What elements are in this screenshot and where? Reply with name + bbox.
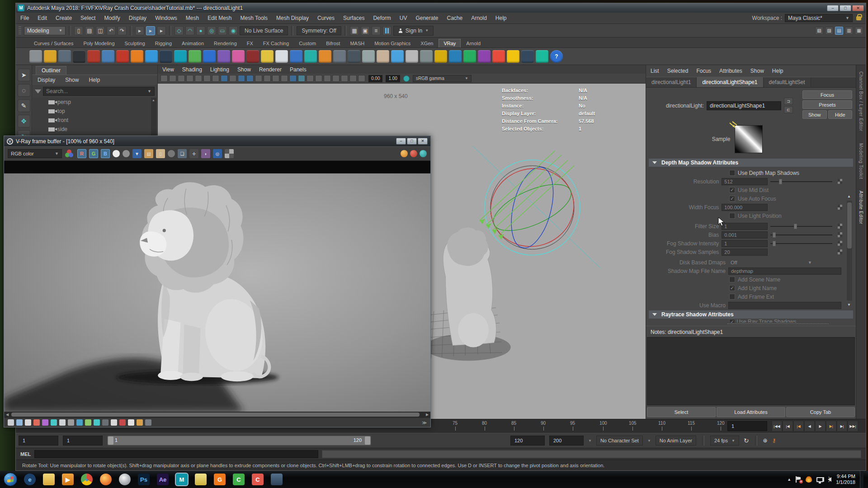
outliner-menu-item[interactable]: Display [38, 77, 55, 83]
use-ray-trace-shadows-checkbox[interactable] [729, 319, 735, 323]
shelf-icon[interactable] [246, 50, 259, 63]
render-last-icon[interactable] [420, 150, 427, 157]
section-raytrace-shadow[interactable]: Raytrace Shadow Attributes [649, 310, 853, 319]
track-mouse-icon[interactable]: ✛ [189, 149, 198, 158]
animation-start-field[interactable]: 1 [19, 436, 58, 446]
shelf-icon[interactable] [478, 50, 491, 63]
tab-directionallight1[interactable]: directionalLight1 [646, 77, 697, 87]
lasso-tool-icon[interactable]: ◌ [18, 84, 30, 97]
outliner-item[interactable]: persp [33, 98, 156, 107]
vfb-minimize-button[interactable]: – [396, 138, 406, 145]
map-texture-icon[interactable] [838, 179, 842, 184]
shelf-tab[interactable]: Rendering [209, 39, 241, 47]
viewport-menu-item[interactable]: Show [237, 66, 251, 73]
command-line-mode[interactable]: MEL [20, 451, 31, 457]
shadow-map-file-name-field[interactable]: depthmap [728, 267, 841, 275]
disk-based-dmaps-select[interactable]: Off [728, 259, 778, 266]
vfb-maximize-button[interactable]: □ [407, 138, 417, 145]
menu-item[interactable]: Edit [38, 15, 47, 21]
grip-handle[interactable] [19, 26, 21, 35]
vfb-tool-icon[interactable] [76, 419, 83, 426]
shelf-icon[interactable] [217, 50, 230, 63]
menu-item[interactable]: Deform [373, 15, 391, 21]
render-view-icon[interactable]: ▦ [350, 26, 359, 35]
fps-select[interactable]: 24 fps ▼ [710, 436, 739, 446]
clipboard-icon[interactable]: ▯ [156, 149, 165, 158]
tool-settings-icon[interactable]: ▨ [825, 27, 833, 35]
taskbar-app-button[interactable] [269, 473, 285, 486]
shelf-icon[interactable] [29, 50, 42, 63]
section-depth-map-shadow[interactable]: Depth Map Shadow Attributes [649, 159, 853, 167]
shelf-icon[interactable] [492, 50, 505, 63]
show-alpha-checker-icon[interactable] [225, 149, 234, 158]
outliner-item[interactable]: front [33, 116, 156, 125]
shelf-icon[interactable] [304, 50, 317, 63]
shelf-icon[interactable] [261, 50, 274, 63]
viewport-toolbar-icon[interactable] [332, 75, 340, 82]
tab-attribute-editor[interactable]: Attribute Editor [859, 191, 863, 224]
vfb-tool-icon[interactable] [85, 419, 91, 426]
play-forwards-button[interactable]: ▶ [815, 421, 826, 432]
shelf-icon[interactable] [73, 50, 85, 63]
shelf-icon[interactable] [145, 50, 158, 63]
hide-button[interactable]: Hide [828, 110, 853, 119]
shelf-icon[interactable] [420, 50, 433, 63]
viewport-toolbar-icon[interactable] [195, 75, 202, 82]
viewport-menu-item[interactable]: Renderer [259, 66, 282, 73]
auto-keyframe-icon[interactable]: ⚷ [772, 437, 776, 444]
show-connections-icon[interactable]: ⊏ [784, 106, 793, 113]
node-name-field[interactable]: directionalLightShape1 [707, 101, 781, 110]
save-image-icon[interactable]: ▼ [132, 149, 142, 158]
shelf-icon[interactable] [333, 50, 346, 63]
shelf-icon[interactable] [44, 50, 57, 63]
menu-item[interactable]: Display [129, 15, 146, 21]
alpha-channel-icon[interactable] [123, 150, 130, 157]
viewport-menu-item[interactable]: Shading [182, 66, 202, 73]
outliner-menu-item[interactable]: Help [89, 77, 100, 83]
clear-image-icon[interactable] [168, 150, 175, 157]
shelf-icon[interactable] [203, 50, 216, 63]
viewport-toolbar-icon[interactable] [169, 75, 176, 82]
color-management-toggle-icon[interactable] [403, 75, 410, 82]
shelf-icon[interactable] [391, 50, 404, 63]
vfb-tool-icon[interactable] [137, 419, 143, 426]
tray-expand-icon[interactable]: ▲ [787, 477, 791, 482]
symmetry-field[interactable]: Symmetry: Off [297, 26, 341, 35]
viewport-toolbar-icon[interactable] [212, 75, 219, 82]
make-live-icon[interactable]: ◉ [229, 26, 238, 35]
viewport-toolbar-icon[interactable] [307, 75, 314, 82]
use-macro-field[interactable] [728, 302, 841, 309]
menu-item[interactable]: Surfaces [343, 15, 364, 21]
menu-item[interactable]: Select [80, 15, 95, 21]
presets-button[interactable]: Presets [802, 100, 852, 109]
light-sample-swatch[interactable] [735, 125, 763, 153]
shelf-icon[interactable] [348, 50, 360, 63]
close-button[interactable]: ✕ [852, 5, 864, 11]
attribute-editor-menu-item[interactable]: Focus [696, 68, 711, 74]
taskbar-app-button[interactable]: e [22, 473, 38, 486]
shelf-icon[interactable] [434, 50, 447, 63]
select-hierarchy-icon[interactable]: ▸ [135, 26, 144, 35]
fog-shadow-intensity-slider[interactable] [770, 240, 832, 247]
vfb-tool-icon[interactable] [33, 419, 40, 426]
expand-icon[interactable]: ≫ [422, 420, 427, 425]
taskbar-app-button[interactable] [193, 473, 209, 486]
shelf-icon[interactable] [87, 50, 100, 63]
taskbar-app-button[interactable] [117, 473, 133, 486]
snap-to-grids-icon[interactable]: ◇ [175, 26, 184, 35]
vfb-tool-icon[interactable] [42, 419, 48, 426]
shelf-tab[interactable]: FX [242, 39, 258, 47]
start-button[interactable] [4, 473, 17, 486]
load-attributes-button[interactable]: Load Attributes [717, 407, 785, 417]
tab-defaultlightset[interactable]: defaultLightSet [764, 77, 811, 87]
menu-item[interactable]: Edit Mesh [208, 15, 231, 21]
menu-item[interactable]: Mesh Tools [241, 15, 268, 21]
viewport-toolbar-icon[interactable] [341, 75, 348, 82]
menu-item[interactable]: Windows [155, 15, 177, 21]
attribute-editor-menu-item[interactable]: List [651, 68, 659, 74]
shelf-icon[interactable] [131, 50, 143, 63]
snap-to-view-planes-icon[interactable]: ▭ [218, 26, 227, 35]
snap-to-curves-icon[interactable]: ◠ [185, 26, 194, 35]
green-channel-button[interactable]: G [89, 149, 98, 158]
lens-effects-icon[interactable]: ◎ [213, 149, 222, 158]
